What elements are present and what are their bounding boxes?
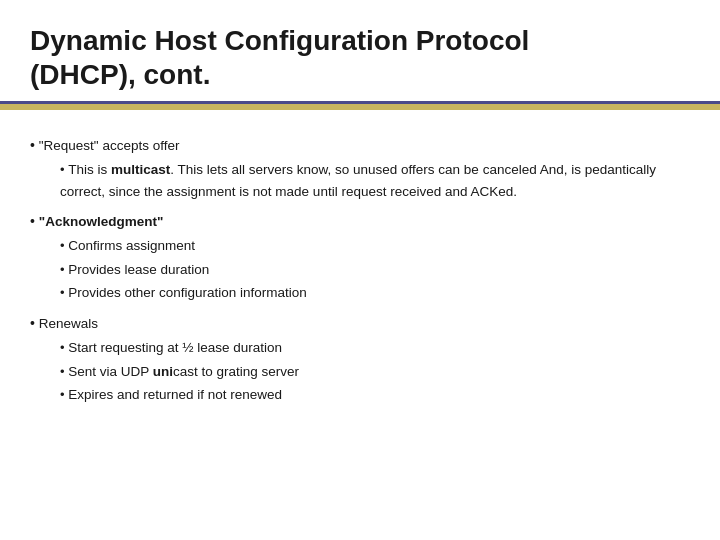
renewals-label: Renewals	[39, 316, 98, 331]
main-list: "Request" accepts offer This is multicas…	[30, 134, 690, 406]
request-subitem-1: This is multicast. This lets all servers…	[60, 159, 690, 202]
slide: Dynamic Host Configuration Protocol (DHC…	[0, 0, 720, 540]
ack-subitem-3: Provides other configuration information	[60, 282, 690, 304]
title-line1: Dynamic Host Configuration Protocol	[30, 25, 529, 56]
renewals-subitem-2: Sent via UDP unicast to grating server	[60, 361, 690, 383]
list-item-request-label: "Request" accepts offer	[39, 138, 180, 153]
ack-subitem-1: Confirms assignment	[60, 235, 690, 257]
title-bar: Dynamic Host Configuration Protocol (DHC…	[0, 0, 720, 104]
renewals-subitems: Start requesting at ½ lease duration Sen…	[30, 337, 690, 406]
slide-title: Dynamic Host Configuration Protocol (DHC…	[30, 24, 690, 91]
acknowledgment-subitems: Confirms assignment Provides lease durat…	[30, 235, 690, 304]
renewals-subitem-1: Start requesting at ½ lease duration	[60, 337, 690, 359]
title-line2: (DHCP), cont.	[30, 59, 210, 90]
list-item-request: "Request" accepts offer This is multicas…	[30, 134, 690, 202]
multicast-bold: multicast	[111, 162, 170, 177]
request-subitems: This is multicast. This lets all servers…	[30, 159, 690, 202]
renewals-subitem-3: Expires and returned if not renewed	[60, 384, 690, 406]
ack-subitem-2: Provides lease duration	[60, 259, 690, 281]
list-item-renewals: Renewals Start requesting at ½ lease dur…	[30, 312, 690, 406]
slide-content: "Request" accepts offer This is multicas…	[0, 104, 720, 434]
list-item-acknowledgment: "Acknowledgment" Confirms assignment Pro…	[30, 210, 690, 304]
uni-bold: uni	[153, 364, 173, 379]
acknowledgment-label: "Acknowledgment"	[39, 214, 164, 229]
